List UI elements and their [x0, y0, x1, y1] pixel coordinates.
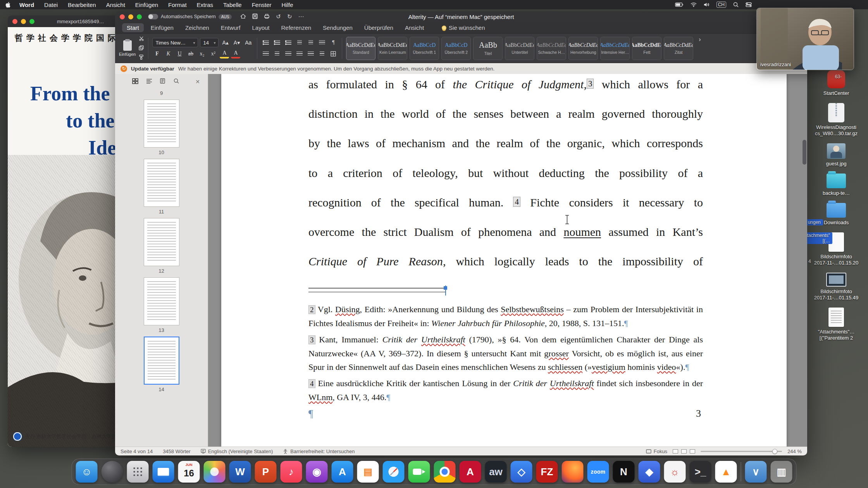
- save-icon[interactable]: [252, 14, 258, 20]
- menu-item[interactable]: Format: [163, 2, 192, 8]
- wifi-icon[interactable]: [691, 2, 697, 7]
- style-intensive-her[interactable]: AaBbCcDdEe Intensive Her…: [600, 37, 630, 60]
- shrink-font-button[interactable]: A▾: [232, 38, 241, 47]
- dock-icon-blue-app[interactable]: ◆: [639, 461, 660, 483]
- ribbon-tab[interactable]: Einfügen: [146, 23, 178, 32]
- more-styles-button[interactable]: ›: [697, 36, 702, 60]
- thumbnail-preview[interactable]: [144, 159, 179, 207]
- dock-icon-music[interactable]: ♪: [281, 461, 302, 483]
- align-center-button[interactable]: [272, 49, 282, 58]
- window-controls[interactable]: [120, 14, 142, 19]
- print-layout-icon[interactable]: [681, 449, 687, 454]
- menu-item[interactable]: Einfügen: [130, 2, 163, 8]
- menu-item[interactable]: Bearbeiten: [63, 2, 101, 8]
- page-thumbnail[interactable]: 13: [144, 277, 179, 337]
- autosave-toggle[interactable]: Automatisches Speichern AUS: [148, 14, 232, 19]
- read-mode-icon[interactable]: [673, 449, 678, 454]
- grow-font-button[interactable]: A▴: [220, 38, 230, 47]
- menu-item[interactable]: Word: [14, 2, 39, 8]
- body-text-line[interactable]: by the laws of mechanism and the realm o…: [308, 135, 703, 151]
- borders-button[interactable]: [329, 49, 338, 58]
- menu-item[interactable]: Tabelle: [218, 2, 247, 8]
- dock-icon-vlc[interactable]: ▲: [715, 461, 737, 483]
- menu-item[interactable]: Extras: [192, 2, 219, 8]
- dock-icon-pinwheel-app[interactable]: ☼: [664, 461, 686, 483]
- sidebar-close-icon[interactable]: ✕: [195, 79, 200, 85]
- desktop-icon-bildschirmfoto-2[interactable]: Bildschirmfoto 2017-11-…01.15.49: [813, 273, 859, 301]
- page-indicator[interactable]: Seite 4 von 14: [121, 448, 153, 454]
- print-icon[interactable]: [264, 14, 270, 20]
- desktop-icon-guest-jpg[interactable]: guest.jpg: [813, 143, 859, 167]
- sidebar-search-icon[interactable]: [174, 78, 179, 85]
- body-text-line[interactable]: distinction in the world of the senses b…: [308, 106, 703, 122]
- style-kein-leerraum[interactable]: AaBbCcDdEe Kein Leerraum: [378, 37, 407, 60]
- comments-view-icon[interactable]: [160, 78, 166, 85]
- style-zitat[interactable]: AaBbCcDdEe Zitat: [664, 37, 693, 60]
- indent-button[interactable]: [306, 38, 315, 47]
- web-layout-icon[interactable]: [690, 449, 695, 454]
- redo-icon[interactable]: ↻: [287, 13, 292, 20]
- ribbon-tab[interactable]: Entwurf: [216, 23, 245, 32]
- dock-icon-draw-app[interactable]: aw: [485, 461, 507, 483]
- font-color-button[interactable]: A: [231, 49, 240, 58]
- body-text-line[interactable]: Critique of Pure Reason, which logically…: [308, 253, 703, 270]
- menu-item[interactable]: Fenster: [247, 2, 277, 8]
- focus-mode-button[interactable]: Fokus: [646, 448, 667, 454]
- underline-button[interactable]: U: [175, 49, 184, 58]
- page-thumbnail[interactable]: 11: [144, 159, 179, 218]
- window-controls[interactable]: [12, 19, 34, 24]
- thumbnail-preview[interactable]: [144, 100, 179, 148]
- dock-icon-mail[interactable]: [153, 461, 174, 483]
- format-painter-button[interactable]: [139, 54, 144, 61]
- change-case-button[interactable]: Aa: [243, 38, 253, 47]
- toggle-icon[interactable]: [148, 14, 158, 19]
- page-thumbnail[interactable]: 10: [144, 100, 179, 159]
- document-page[interactable]: as formulated in § 64 of the Critique of…: [221, 74, 787, 447]
- apple-menu-icon[interactable]: [5, 2, 10, 8]
- multilevel-list-button[interactable]: [284, 38, 293, 47]
- style-ueberschrift-2[interactable]: AaBbCcD Überschrift 2: [441, 37, 471, 60]
- body-text-line[interactable]: to a criterion of teleology, but without…: [308, 165, 703, 181]
- font-size-select[interactable]: 14▾: [200, 38, 219, 47]
- headings-view-icon[interactable]: [146, 78, 152, 85]
- desktop-icon-wireless-diagnostics[interactable]: WirelessDiagnosti cs_W80…30.tar.gz: [813, 103, 859, 137]
- ribbon-tab[interactable]: Ansicht: [400, 23, 429, 32]
- more-icon[interactable]: ⋯: [298, 13, 304, 20]
- outdent-button[interactable]: [295, 38, 304, 47]
- dock-icon-books[interactable]: ▤: [357, 461, 379, 483]
- dock-icon-finder[interactable]: ☺: [76, 461, 98, 483]
- style-fett[interactable]: AaBbCcDdEe Fett: [632, 37, 661, 60]
- cut-button[interactable]: [139, 36, 144, 43]
- dock-icon-launchpad[interactable]: [127, 461, 149, 483]
- footnotes-section[interactable]: 2 Vgl. Düsing, Edith: »Anerkennung und B…: [308, 302, 703, 407]
- thumbnail-preview[interactable]: [144, 337, 179, 385]
- dock-icon-notes-black[interactable]: N: [613, 461, 635, 483]
- justify-button[interactable]: [295, 49, 304, 58]
- dock-icon-powerpoint[interactable]: P: [255, 461, 277, 483]
- ribbon-tab[interactable]: Überprüfen: [360, 23, 398, 32]
- dock-icon-terminal[interactable]: >_: [690, 461, 711, 483]
- menu-item[interactable]: Ansicht: [101, 2, 130, 8]
- zoom-slider-knob[interactable]: [772, 449, 777, 454]
- dock-icon-chrome[interactable]: [434, 461, 456, 483]
- desktop-icon-attachments-doc[interactable]: "Attachments"… [("Parentitem 2: [813, 308, 859, 341]
- dock-icon-acrobat[interactable]: A: [460, 461, 481, 483]
- menu-item[interactable]: Hilfe: [277, 2, 298, 8]
- page-thumbnail[interactable]: 9: [160, 89, 163, 100]
- dock-icon-downloads-stack[interactable]: ∨: [745, 461, 767, 483]
- style-untertitel[interactable]: AaBbCcDdEe Untertitel: [505, 37, 534, 60]
- align-left-button[interactable]: [261, 49, 270, 58]
- style-hervorhebung[interactable]: AaBbCcDdEe Hervorhebung: [568, 37, 598, 60]
- ribbon-tab[interactable]: Zeichnen: [181, 23, 214, 32]
- style-titel[interactable]: AaBb Titel: [473, 37, 503, 60]
- bullet-list-button[interactable]: [261, 38, 270, 47]
- body-text-line[interactable]: recognition of the specifical human. 4 F…: [308, 194, 703, 211]
- zoom-level[interactable]: 244 %: [787, 448, 802, 454]
- italic-button[interactable]: K: [164, 49, 173, 58]
- menu-item[interactable]: Datei: [39, 2, 63, 8]
- line-spacing-button[interactable]: [306, 49, 315, 58]
- desktop-icon-backup-folder[interactable]: backup-te…: [813, 174, 859, 196]
- volume-icon[interactable]: [704, 2, 710, 7]
- thumbnails-view-icon[interactable]: [132, 78, 138, 86]
- dock-icon-code-app[interactable]: ◇: [511, 461, 532, 483]
